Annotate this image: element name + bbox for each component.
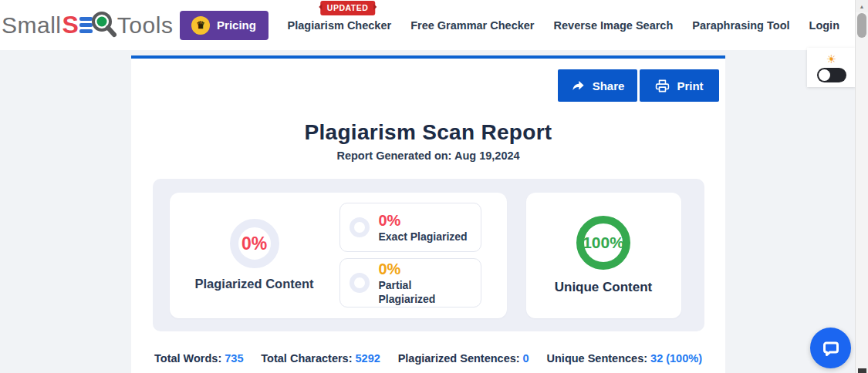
logo-suffix: Tools xyxy=(117,12,174,39)
exact-plagiarized-percent: 0% xyxy=(379,211,468,230)
plagiarized-ring-block: 0% Plagiarized Content xyxy=(194,219,313,291)
toggle-knob xyxy=(819,69,830,81)
nav-link-label: Plagiarism Checker xyxy=(288,19,392,32)
unique-percent-ring: 100% xyxy=(576,216,630,270)
summary-panel: 0% Plagiarized Content 0% Exact Plagiari… xyxy=(153,179,704,331)
exact-plagiarized-ring xyxy=(350,217,370,237)
theme-widget: ☀ xyxy=(807,48,856,87)
report-card: Share Print Plagiarism Scan Report Repor… xyxy=(131,55,725,373)
dark-mode-toggle[interactable] xyxy=(817,68,846,82)
print-button[interactable]: Print xyxy=(640,69,719,102)
stat-value: 5292 xyxy=(356,352,380,365)
report-actions: Share Print xyxy=(131,69,719,102)
plagiarized-summary-card: 0% Plagiarized Content 0% Exact Plagiari… xyxy=(170,193,507,318)
stat-label: Total Characters: xyxy=(261,352,352,365)
share-label: Share xyxy=(593,79,625,92)
print-label: Print xyxy=(677,79,703,92)
exact-plagiarized-label: Exact Plagiarized xyxy=(379,230,468,244)
nav-link-free-grammar-checker[interactable]: Free Grammar Checker xyxy=(410,19,534,32)
stat-label: Plagiarized Sentences: xyxy=(398,352,520,365)
nav-link-paraphrasing-tool[interactable]: Paraphrasing Tool xyxy=(692,19,789,32)
nav-link-reverse-image-search[interactable]: Reverse Image Search xyxy=(554,19,674,32)
logo-prefix: Small xyxy=(2,12,62,39)
nav-link-login[interactable]: Login xyxy=(809,19,839,32)
magnifier-icon xyxy=(90,10,117,41)
scroll-up-button[interactable]: ▲ xyxy=(856,0,868,12)
stat-value: 0 xyxy=(523,352,529,365)
updated-badge: UPDATED xyxy=(320,1,375,15)
print-icon xyxy=(655,79,670,93)
plagiarized-percent-ring: 0% xyxy=(230,219,279,268)
unique-percent: 100% xyxy=(583,234,624,252)
chat-bubble-icon xyxy=(820,338,842,359)
exact-plagiarized-box: 0% Exact Plagiarized xyxy=(339,203,481,252)
partial-plagiarized-box: 0% Partial Plagiarized xyxy=(339,258,481,307)
share-button[interactable]: Share xyxy=(558,69,637,102)
plagiarized-percent: 0% xyxy=(241,234,267,254)
unique-label: Unique Content xyxy=(555,280,653,295)
stat-value: 735 xyxy=(225,352,243,365)
top-navbar: Small S Tools ♛ Pricing UPDATED Plagiari… xyxy=(0,0,855,50)
stat-total-words: Total Words:735 xyxy=(154,352,243,365)
pricing-label: Pricing xyxy=(217,18,256,32)
scrollbar-bottom-corner xyxy=(858,368,866,373)
stat-total-characters: Total Characters:5292 xyxy=(261,352,380,365)
scrollbar-thumb[interactable] xyxy=(857,13,866,38)
stat-label: Unique Sentences: xyxy=(547,352,648,365)
share-icon xyxy=(571,79,586,93)
crown-icon: ♛ xyxy=(191,16,210,35)
vertical-scrollbar[interactable]: ▲ xyxy=(855,0,868,373)
partial-plagiarized-label: Partial Plagiarized xyxy=(379,279,471,306)
report-generated-date: Report Generated on: Aug 19,2024 xyxy=(131,150,725,162)
sun-icon: ☀ xyxy=(826,53,836,65)
plagiarized-label: Plagiarized Content xyxy=(194,277,313,291)
unique-summary-card: 100% Unique Content xyxy=(526,193,681,318)
plagiarism-breakdown: 0% Exact Plagiarized 0% Partial Plagiari… xyxy=(339,203,481,307)
partial-plagiarized-percent: 0% xyxy=(379,260,471,279)
partial-plagiarized-ring xyxy=(350,273,370,293)
stats-row: Total Words:735 Total Characters:5292 Pl… xyxy=(154,352,702,365)
stat-value: 32 (100%) xyxy=(650,352,702,365)
page-title: Plagiarism Scan Report xyxy=(131,120,725,145)
nav-link-plagiarism-checker[interactable]: UPDATED Plagiarism Checker xyxy=(288,19,392,32)
stat-plagiarized-sentences: Plagiarized Sentences:0 xyxy=(398,352,529,365)
logo-s: S xyxy=(62,11,79,39)
nav-menu: ♛ Pricing UPDATED Plagiarism Checker Fre… xyxy=(180,11,839,40)
stat-unique-sentences: Unique Sentences:32 (100%) xyxy=(547,352,702,365)
pricing-button[interactable]: ♛ Pricing xyxy=(180,11,269,40)
stat-label: Total Words: xyxy=(154,352,221,365)
chat-button[interactable] xyxy=(810,328,851,368)
smallseotools-logo[interactable]: Small S Tools xyxy=(2,10,173,41)
